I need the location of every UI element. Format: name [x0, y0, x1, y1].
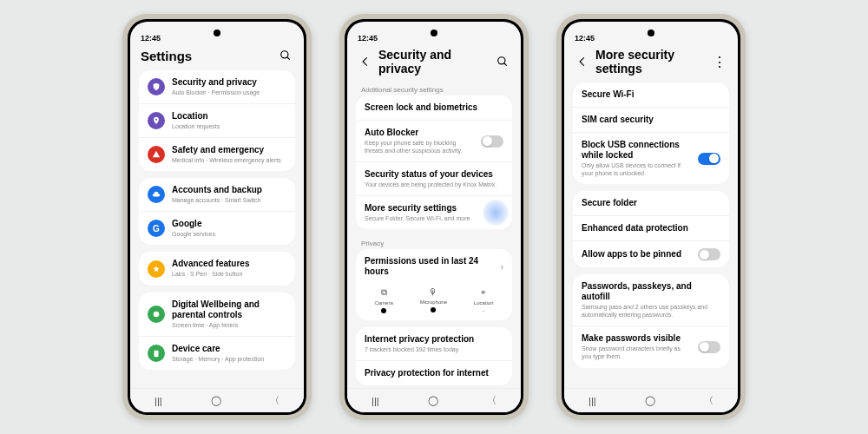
- row-subtitle: 7 trackers blocked 392 times today: [365, 345, 503, 353]
- row-subtitle: Only allow USB devices to connect if you…: [582, 161, 691, 177]
- row-subtitle: Show password characters briefly as you …: [582, 345, 691, 360]
- settings-row[interactable]: Block USB connections while lockedOnly a…: [573, 132, 729, 184]
- camera-hole: [214, 30, 220, 36]
- nav-back-icon[interactable]: 〈: [270, 394, 279, 407]
- settings-row[interactable]: Secure Wi-Fi: [573, 82, 729, 107]
- row-subtitle: Labs · S Pen · Side button: [172, 270, 286, 278]
- nav-home-icon[interactable]: ◯: [211, 395, 221, 406]
- settings-row[interactable]: Security status of your devicesYour devi…: [356, 161, 512, 195]
- more-security-header: More security settings ⋮: [573, 44, 729, 82]
- permissions-grid: ⧉Camera🎙Microphone⌖Location-: [356, 284, 512, 320]
- row-subtitle: Manage accounts · Smart Switch: [172, 196, 286, 204]
- shield-icon: [148, 78, 165, 95]
- cloud-icon: [148, 186, 165, 203]
- row-title: Auto Blocker: [365, 128, 474, 138]
- row-title: Secure Wi-Fi: [582, 89, 720, 100]
- settings-row[interactable]: More security settingsSecure Folder, Sec…: [356, 195, 512, 229]
- row-subtitle: Storage · Memory · App protection: [172, 355, 286, 363]
- nav-back-icon[interactable]: 〈: [487, 394, 496, 407]
- security-header: Security and privacy: [356, 44, 512, 82]
- clock: 12:45: [358, 34, 378, 43]
- g-icon: G: [148, 220, 165, 237]
- settings-row[interactable]: Safety and emergencyMedical info · Wirel…: [139, 137, 295, 171]
- row-title: More security settings: [365, 203, 503, 214]
- permission-location[interactable]: ⌖Location-: [474, 287, 494, 313]
- row-title: Google: [172, 219, 286, 229]
- nav-recent-icon[interactable]: |||: [372, 396, 379, 406]
- clock: 12:45: [141, 34, 161, 43]
- permission-microphone[interactable]: 🎙Microphone: [420, 287, 447, 313]
- svg-rect-4: [155, 350, 159, 357]
- settings-row[interactable]: Device careStorage · Memory · App protec…: [139, 336, 295, 370]
- usage-dot: [431, 307, 436, 312]
- toggle-switch[interactable]: [481, 135, 503, 148]
- row-title: Security status of your devices: [365, 169, 503, 180]
- toggle-switch[interactable]: [698, 153, 720, 165]
- toggle-switch[interactable]: [698, 341, 720, 353]
- permissions-row[interactable]: Permissions used in last 24 hours ›: [356, 249, 512, 284]
- camera-icon: ⧉: [381, 287, 387, 298]
- clock: 12:45: [575, 34, 595, 43]
- nav-bar: ||| ◯ 〈: [347, 388, 521, 412]
- svg-point-0: [281, 51, 288, 58]
- settings-row[interactable]: Secure folder: [573, 191, 729, 215]
- settings-row[interactable]: Passwords, passkeys, and autofillSamsung…: [573, 274, 729, 326]
- camera-hole: [648, 30, 654, 36]
- svg-line-1: [287, 57, 290, 60]
- row-title: Safety and emergency: [172, 145, 286, 155]
- nav-bar: ||| ◯ 〈: [130, 388, 304, 412]
- svg-point-5: [498, 57, 505, 64]
- row-title: Screen lock and biometrics: [365, 102, 503, 113]
- row-title: Advanced features: [172, 259, 286, 269]
- search-icon[interactable]: [495, 54, 510, 69]
- row-title: Internet privacy protection: [365, 334, 503, 345]
- nav-bar: ||| ◯ 〈: [564, 388, 738, 412]
- page-title: More security settings: [595, 48, 707, 76]
- settings-row[interactable]: GGoogleGoogle services: [139, 211, 295, 245]
- settings-row[interactable]: Security and privacyAuto Blocker · Permi…: [139, 70, 295, 103]
- pin-icon: [148, 112, 165, 129]
- more-icon[interactable]: ⋮: [712, 54, 727, 69]
- star-icon: [148, 260, 165, 278]
- microphone-icon: 🎙: [429, 287, 437, 297]
- row-title: Accounts and backup: [172, 185, 286, 195]
- row-title: Privacy protection for internet: [365, 368, 503, 378]
- settings-row[interactable]: Allow apps to be pinned: [573, 240, 729, 267]
- page-title: Security and privacy: [378, 48, 490, 76]
- toggle-switch[interactable]: [698, 248, 720, 260]
- settings-row[interactable]: Advanced featuresLabs · S Pen · Side but…: [139, 252, 295, 285]
- row-title: Allow apps to be pinned: [582, 249, 691, 260]
- settings-row[interactable]: LocationLocation requests: [139, 103, 295, 137]
- usage-dot: [381, 308, 386, 313]
- row-subtitle: Secure Folder, Secure Wi-Fi, and more.: [365, 214, 503, 222]
- nav-home-icon[interactable]: ◯: [428, 395, 438, 406]
- nav-recent-icon[interactable]: |||: [589, 396, 596, 406]
- row-subtitle: Samsung pass and 2 others use passkeys a…: [582, 303, 720, 319]
- row-subtitle: Medical info · Wireless emergency alerts: [172, 156, 286, 164]
- settings-row[interactable]: Internet privacy protection7 trackers bl…: [356, 327, 512, 360]
- nav-home-icon[interactable]: ◯: [645, 395, 655, 406]
- row-subtitle: Location requests: [172, 122, 286, 130]
- phone-more-security: 12:45 More security settings ⋮ Secure Wi…: [556, 14, 746, 420]
- section-label: Additional security settings: [356, 82, 512, 95]
- back-icon[interactable]: [575, 54, 590, 69]
- settings-row[interactable]: Make passwords visibleShow password char…: [573, 326, 729, 367]
- settings-row[interactable]: Auto BlockerKeep your phone safe by bloc…: [356, 120, 512, 161]
- row-title: Secure folder: [582, 198, 720, 208]
- settings-row[interactable]: Enhanced data protection: [573, 215, 729, 240]
- settings-row[interactable]: Screen lock and biometrics: [356, 95, 512, 120]
- settings-row[interactable]: Digital Wellbeing and parental controlsS…: [139, 293, 295, 336]
- settings-row[interactable]: Accounts and backupManage accounts · Sma…: [139, 178, 295, 211]
- row-title: Enhanced data protection: [582, 223, 720, 233]
- row-title: Security and privacy: [172, 77, 286, 88]
- svg-point-2: [155, 119, 157, 121]
- nav-recent-icon[interactable]: |||: [155, 396, 162, 406]
- alert-icon: [148, 146, 165, 163]
- permission-camera[interactable]: ⧉Camera: [374, 287, 392, 313]
- back-icon[interactable]: [358, 54, 373, 69]
- nav-back-icon[interactable]: 〈: [704, 394, 713, 407]
- search-icon[interactable]: [278, 48, 293, 63]
- settings-row[interactable]: SIM card security: [573, 107, 729, 132]
- settings-row[interactable]: Privacy protection for internet: [356, 360, 512, 385]
- row-title: Device care: [172, 344, 286, 354]
